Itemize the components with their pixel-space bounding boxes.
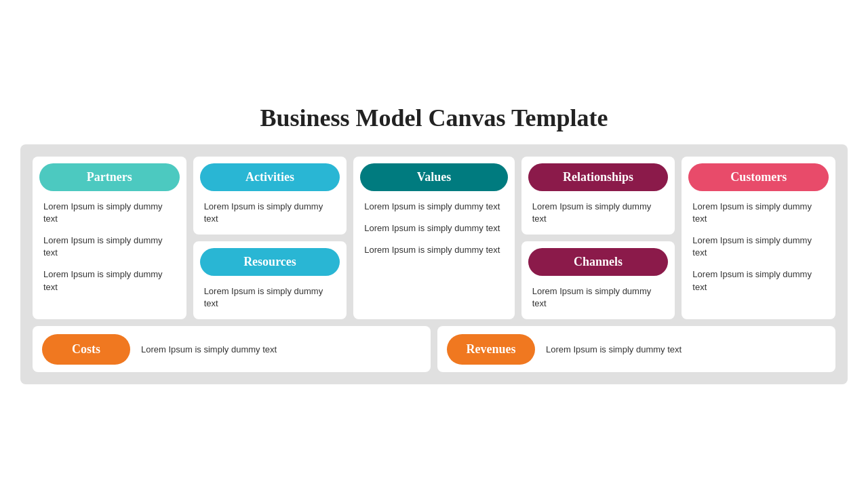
partners-header: Partners	[39, 163, 180, 191]
relationships-header: Relationships	[528, 163, 669, 191]
channels-header: Channels	[528, 248, 669, 276]
resources-header: Resources	[200, 248, 340, 276]
partners-text-1: Lorem Ipsum is simply dummy text	[43, 201, 176, 225]
customers-column: Customers Lorem Ipsum is simply dummy te…	[682, 157, 835, 320]
bottom-section: Costs Lorem Ipsum is simply dummy text R…	[33, 326, 835, 372]
costs-card: Costs Lorem Ipsum is simply dummy text	[33, 326, 431, 372]
customers-text-1: Lorem Ipsum is simply dummy text	[692, 201, 825, 225]
values-text-1: Lorem Ipsum is simply dummy text	[364, 201, 503, 213]
costs-text: Lorem Ipsum is simply dummy text	[141, 344, 277, 354]
partners-card: Partners Lorem Ipsum is simply dummy tex…	[33, 157, 186, 320]
resources-card: Resources Lorem Ipsum is simply dummy te…	[193, 241, 347, 319]
resources-body: Lorem Ipsum is simply dummy text	[193, 276, 347, 319]
values-text-3: Lorem Ipsum is simply dummy text	[364, 244, 503, 256]
activities-card: Activities Lorem Ipsum is simply dummy t…	[193, 157, 347, 235]
channels-body: Lorem Ipsum is simply dummy text	[521, 276, 675, 319]
activities-header: Activities	[200, 163, 340, 191]
customers-card: Customers Lorem Ipsum is simply dummy te…	[682, 157, 835, 320]
customers-body: Lorem Ipsum is simply dummy text Lorem I…	[682, 191, 835, 320]
activities-resources-column: Activities Lorem Ipsum is simply dummy t…	[193, 157, 347, 320]
channels-card: Channels Lorem Ipsum is simply dummy tex…	[521, 241, 675, 319]
values-body: Lorem Ipsum is simply dummy text Lorem I…	[353, 191, 514, 320]
partners-body: Lorem Ipsum is simply dummy text Lorem I…	[33, 191, 186, 320]
relationships-text-1: Lorem Ipsum is simply dummy text	[532, 201, 665, 225]
canvas-wrapper: Partners Lorem Ipsum is simply dummy tex…	[20, 144, 848, 385]
customers-header: Customers	[688, 163, 829, 191]
customers-text-2: Lorem Ipsum is simply dummy text	[692, 235, 825, 259]
revenues-header: Revenues	[447, 334, 535, 365]
customers-text-3: Lorem Ipsum is simply dummy text	[692, 268, 825, 293]
relationships-card: Relationships Lorem Ipsum is simply dumm…	[521, 157, 675, 235]
costs-header: Costs	[42, 334, 130, 365]
activities-body: Lorem Ipsum is simply dummy text	[193, 191, 347, 235]
revenues-card: Revenues Lorem Ipsum is simply dummy tex…	[437, 326, 835, 372]
top-section: Partners Lorem Ipsum is simply dummy tex…	[33, 157, 835, 320]
partners-text-2: Lorem Ipsum is simply dummy text	[43, 235, 176, 259]
revenues-text: Lorem Ipsum is simply dummy text	[546, 344, 682, 354]
partners-column: Partners Lorem Ipsum is simply dummy tex…	[33, 157, 186, 320]
channels-text-1: Lorem Ipsum is simply dummy text	[532, 285, 665, 310]
values-column: Values Lorem Ipsum is simply dummy text …	[353, 157, 514, 320]
page-title: Business Model Canvas Template	[260, 104, 608, 132]
resources-text-1: Lorem Ipsum is simply dummy text	[204, 285, 336, 310]
relationships-channels-column: Relationships Lorem Ipsum is simply dumm…	[521, 157, 675, 320]
values-card: Values Lorem Ipsum is simply dummy text …	[353, 157, 514, 320]
values-header: Values	[360, 163, 507, 191]
relationships-body: Lorem Ipsum is simply dummy text	[521, 191, 675, 235]
partners-text-3: Lorem Ipsum is simply dummy text	[43, 268, 176, 293]
values-text-2: Lorem Ipsum is simply dummy text	[364, 222, 503, 235]
activities-text-1: Lorem Ipsum is simply dummy text	[204, 201, 336, 225]
